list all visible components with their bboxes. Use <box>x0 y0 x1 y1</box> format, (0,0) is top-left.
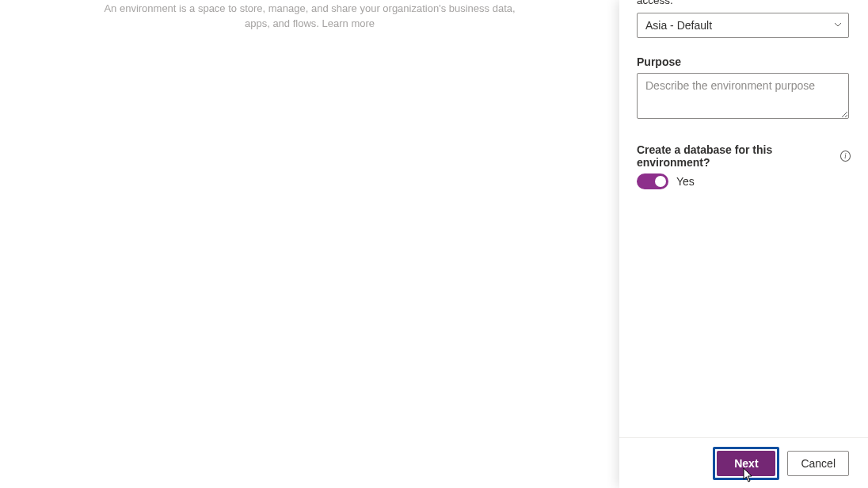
region-help-text: access. <box>637 0 851 8</box>
purpose-label: Purpose <box>637 55 851 68</box>
cancel-button[interactable]: Cancel <box>787 451 849 476</box>
learn-more-link[interactable]: Learn more <box>322 17 375 29</box>
new-environment-panel: access. Purpose Create a database for th… <box>619 0 868 488</box>
toggle-state-label: Yes <box>676 175 695 188</box>
toggle-thumb <box>655 176 666 187</box>
create-database-label: Create a database for this environment? <box>637 143 836 169</box>
purpose-textarea[interactable] <box>637 73 849 119</box>
environment-description: An environment is a space to store, mana… <box>76 0 543 32</box>
next-button[interactable]: Next <box>717 451 775 476</box>
create-database-section: Create a database for this environment? … <box>637 143 851 189</box>
main-content-area: An environment is a space to store, mana… <box>0 0 619 488</box>
description-text-line1: An environment is a space to store, mana… <box>104 2 515 14</box>
next-button-highlight: Next <box>713 447 779 480</box>
region-select-wrapper <box>637 13 849 38</box>
create-database-toggle[interactable] <box>637 173 668 189</box>
region-select[interactable] <box>637 13 849 38</box>
panel-footer: Next Cancel <box>619 437 868 488</box>
panel-form-content: access. Purpose Create a database for th… <box>619 0 868 437</box>
description-text-line2: apps, and flows. <box>245 17 322 29</box>
info-icon[interactable]: i <box>840 151 851 162</box>
